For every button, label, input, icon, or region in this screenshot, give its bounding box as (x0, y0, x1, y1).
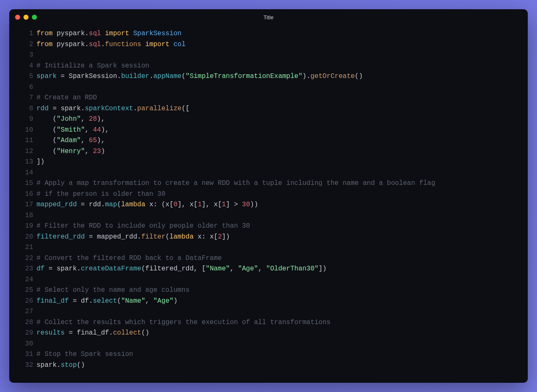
code-line: 19# Filter the RDD to include only peopl… (9, 221, 528, 232)
line-content: ("Henry", 23) (36, 146, 528, 157)
maximize-icon[interactable] (32, 15, 37, 20)
code-line: 25# Select only the name and age columns (9, 285, 528, 296)
line-content: # Filter the RDD to include only people … (36, 221, 528, 232)
line-number: 21 (9, 242, 36, 253)
code-line: 21 (9, 242, 528, 253)
close-icon[interactable] (15, 15, 20, 20)
line-number: 7 (9, 93, 36, 104)
code-line: 10 ("Smith", 44), (9, 125, 528, 136)
line-number: 11 (9, 135, 36, 146)
line-content (36, 242, 528, 253)
code-line: 8rdd = spark.sparkContext.parallelize([ (9, 104, 528, 114)
line-content: # Stop the Spark session (36, 349, 528, 360)
line-content (36, 275, 528, 286)
line-content: filtered_rdd = mapped_rdd.filter(lambda … (36, 232, 528, 243)
line-content: ("John", 28), (36, 114, 528, 125)
line-content: mapped_rdd = rdd.map(lambda x: (x[0], x[… (36, 200, 528, 210)
code-line: 12 ("Henry", 23) (9, 146, 528, 157)
code-line: 29results = final_df.collect() (9, 328, 528, 339)
code-line: 17mapped_rdd = rdd.map(lambda x: (x[0], … (9, 200, 528, 210)
line-number: 17 (9, 200, 36, 210)
line-content: spark.stop() (36, 360, 528, 371)
line-number: 14 (9, 168, 36, 179)
line-content: # Convert the filtered RDD back to a Dat… (36, 253, 528, 264)
code-line: 15# Apply a map transformation to create… (9, 178, 528, 189)
code-editor[interactable]: 1from pyspark.sql import SparkSession2fr… (9, 25, 528, 383)
line-content: df = spark.createDataFrame(filtered_rdd,… (36, 264, 528, 275)
line-number: 13 (9, 157, 36, 168)
line-content: final_df = df.select("Name", "Age") (36, 296, 528, 307)
code-line: 24 (9, 275, 528, 286)
line-content (36, 210, 528, 221)
code-line: 16# if the person is older than 30 (9, 189, 528, 200)
code-line: 1from pyspark.sql import SparkSession (9, 29, 528, 39)
code-line: 22# Convert the filtered RDD back to a D… (9, 253, 528, 264)
code-line: 32spark.stop() (9, 360, 528, 371)
code-line: 31# Stop the Spark session (9, 349, 528, 360)
line-content: from pyspark.sql import SparkSession (36, 29, 528, 39)
line-content (36, 306, 528, 317)
line-number: 5 (9, 71, 36, 82)
line-number: 6 (9, 82, 36, 93)
code-line: 27 (9, 306, 528, 317)
line-number: 10 (9, 125, 36, 136)
code-line: 4# Initialize a Spark session (9, 61, 528, 72)
code-line: 30 (9, 339, 528, 350)
line-content (36, 82, 528, 93)
line-content: # Initialize a Spark session (36, 61, 528, 72)
window-title: Title (263, 14, 274, 21)
code-line: 3 (9, 50, 528, 61)
line-content (36, 339, 528, 350)
line-content: ("Smith", 44), (36, 125, 528, 136)
code-line: 2from pyspark.sql.functions import col (9, 39, 528, 50)
line-content (36, 168, 528, 179)
traffic-lights (15, 15, 37, 20)
line-number: 26 (9, 296, 36, 307)
line-number: 28 (9, 317, 36, 328)
code-line: 14 (9, 168, 528, 179)
line-number: 3 (9, 50, 36, 61)
line-number: 22 (9, 253, 36, 264)
line-number: 27 (9, 306, 36, 317)
code-window: Title 1from pyspark.sql import SparkSess… (9, 9, 528, 383)
line-number: 23 (9, 264, 36, 275)
code-line: 13]) (9, 157, 528, 168)
line-number: 32 (9, 360, 36, 371)
line-content: # if the person is older than 30 (36, 189, 528, 200)
code-line: 23df = spark.createDataFrame(filtered_rd… (9, 264, 528, 275)
code-line: 7# Create an RDD (9, 93, 528, 104)
line-number: 1 (9, 29, 36, 39)
titlebar: Title (9, 9, 528, 25)
line-content: # Select only the name and age columns (36, 285, 528, 296)
line-content: spark = SparkSession.builder.appName("Si… (36, 71, 528, 82)
line-number: 15 (9, 178, 36, 189)
line-content: from pyspark.sql.functions import col (36, 39, 528, 50)
line-content: results = final_df.collect() (36, 328, 528, 339)
line-number: 30 (9, 339, 36, 350)
line-number: 19 (9, 221, 36, 232)
line-number: 20 (9, 232, 36, 243)
code-line: 20filtered_rdd = mapped_rdd.filter(lambd… (9, 232, 528, 243)
code-line: 18 (9, 210, 528, 221)
code-line: 6 (9, 82, 528, 93)
minimize-icon[interactable] (23, 15, 29, 20)
line-content (36, 50, 528, 61)
line-number: 2 (9, 39, 36, 50)
code-line: 11 ("Adam", 65), (9, 135, 528, 146)
line-number: 16 (9, 189, 36, 200)
code-line: 28# Collect the results which triggers t… (9, 317, 528, 328)
line-number: 24 (9, 275, 36, 286)
line-number: 29 (9, 328, 36, 339)
line-content: # Collect the results which triggers the… (36, 317, 528, 328)
line-content: # Apply a map transformation to create a… (36, 178, 528, 189)
line-number: 25 (9, 285, 36, 296)
line-number: 8 (9, 104, 36, 114)
code-line: 26final_df = df.select("Name", "Age") (9, 296, 528, 307)
line-number: 18 (9, 210, 36, 221)
line-content: rdd = spark.sparkContext.parallelize([ (36, 104, 528, 114)
line-number: 9 (9, 114, 36, 125)
line-content: # Create an RDD (36, 93, 528, 104)
line-number: 31 (9, 349, 36, 360)
line-number: 4 (9, 61, 36, 72)
code-line: 9 ("John", 28), (9, 114, 528, 125)
